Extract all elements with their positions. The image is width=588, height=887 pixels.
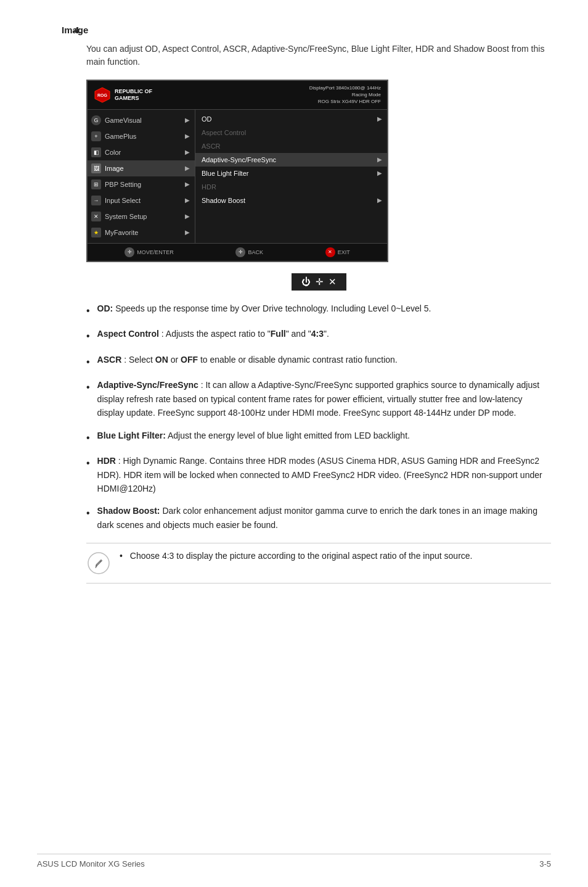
arrow-adaptive: ▶: [377, 156, 382, 163]
footer-label-move: MOVE/ENTER: [137, 249, 174, 255]
osd-right-menu: OD ▶ Aspect Control ASCR Adaptive-Sync/F…: [195, 110, 387, 243]
page-footer: ASUS LCD Monitor XG Series 3-5: [37, 854, 551, 868]
bullet-text-shadow: Shadow Boost: Dark color enhancement adj…: [97, 504, 551, 532]
bullet-desc-shadow: Dark color enhancement adjust monitor ga…: [97, 506, 537, 529]
bullet-desc-aspect: : Adjusts the aspect ratio to "Full" and…: [161, 329, 329, 339]
bullet-dot-ascr: •: [86, 354, 90, 370]
bullet-item-ascr: • ASCR : Select ON or OFF to enable or d…: [86, 353, 551, 370]
bullet-list: • OD: Speeds up the response time by Ove…: [86, 302, 551, 532]
bullet-bold-hdr: HDR: [97, 456, 116, 466]
right-label-ascr: ASCR: [202, 142, 221, 150]
brand-text: REPUBLIC OF GAMERS: [115, 88, 152, 102]
bullet-desc-bluelight: Adjust the energy level of blue light em…: [168, 431, 410, 440]
note-content: • Choose 4:3 to display the picture acco…: [120, 551, 551, 561]
menu-item-system[interactable]: ✕ System Setup ▶: [88, 208, 195, 225]
right-label-hdr: HDR: [202, 183, 216, 191]
exit-icon: ✕: [325, 247, 335, 257]
osd-footer: ✛ MOVE/ENTER ✛ BACK ✕ EXIT: [88, 243, 387, 261]
arrow-image: ▶: [185, 165, 190, 171]
menu-item-gameplus[interactable]: + GamePlus ▶: [88, 128, 195, 144]
bullet-dot-adaptive: •: [86, 379, 90, 395]
right-item-od[interactable]: OD ▶: [195, 112, 387, 126]
bullet-text-hdr: HDR : High Dynamic Range. Contains three…: [97, 454, 551, 495]
arrow-myfavorite: ▶: [185, 229, 190, 236]
bullet-item-aspect: • Aspect Control : Adjusts the aspect ra…: [86, 327, 551, 344]
pencil-icon: [88, 552, 110, 574]
rog-logo-icon: ROG: [94, 86, 111, 104]
gameplus-icon: +: [91, 131, 101, 141]
footer-item-move: ✛ MOVE/ENTER: [125, 247, 174, 257]
bullet-item-shadow: • Shadow Boost: Dark color enhancement a…: [86, 504, 551, 532]
system-icon: ✕: [91, 212, 101, 221]
gamevisual-icon: G: [91, 115, 101, 125]
right-item-shadow[interactable]: Shadow Boost ▶: [195, 194, 387, 207]
arrow-gamevisual: ▶: [185, 117, 190, 123]
power-icon: ⏻: [301, 276, 311, 287]
brand-line1: REPUBLIC OF: [115, 88, 152, 95]
menu-item-input[interactable]: → Input Select ▶: [88, 192, 195, 208]
move-icon: ✛: [125, 247, 134, 257]
bullet-bold-aspect: Aspect Control: [97, 329, 159, 339]
back-icon: ✛: [235, 247, 245, 257]
menu-item-myfavorite[interactable]: ★ MyFavorite ▶: [88, 225, 195, 241]
bullet-bold-adaptive: Adaptive-Sync/FreeSync: [97, 380, 198, 390]
menu-label-myfavorite: MyFavorite: [105, 229, 138, 236]
footer-item-exit: ✕ EXIT: [325, 247, 350, 257]
right-label-aspect: Aspect Control: [202, 129, 246, 136]
bullet-dot-note: •: [120, 551, 123, 561]
osd-display-info: DisplayPort 3840x1080@ 144Hz Racing Mode…: [309, 85, 381, 105]
arrow-input: ▶: [185, 197, 190, 204]
bullet-text-aspect: Aspect Control : Adjusts the aspect rati…: [97, 327, 551, 340]
bullet-dot-od: •: [86, 303, 90, 319]
menu-label-gameplus: GamePlus: [105, 133, 136, 140]
menu-item-image[interactable]: 🖼 Image ▶: [88, 160, 195, 176]
display-info-line2: Racing Mode: [309, 91, 381, 98]
input-icon: →: [91, 196, 101, 205]
note-box: • Choose 4:3 to display the picture acco…: [86, 543, 551, 584]
right-item-hdr[interactable]: HDR: [195, 180, 387, 194]
menu-item-pbp[interactable]: ⊞ PBP Setting ▶: [88, 176, 195, 192]
arrow-shadow: ▶: [377, 197, 382, 204]
bullet-item-bluelight: • Blue Light Filter: Adjust the energy l…: [86, 429, 551, 446]
right-label-adaptive: Adaptive-Sync/FreeSync: [202, 156, 276, 163]
arrow-pbp: ▶: [185, 181, 190, 188]
osd-left-menu: G GameVisual ▶ + GamePlus ▶ ◧ Color: [88, 110, 195, 243]
footer-right: 3-5: [539, 859, 551, 868]
bullet-desc-ascr: : Select ON or OFF to enable or disable …: [124, 355, 398, 365]
osd-header: ROG REPUBLIC OF GAMERS DisplayPort 3840x…: [88, 81, 387, 110]
image-icon: 🖼: [91, 163, 101, 173]
right-label-shadow: Shadow Boost: [202, 197, 245, 204]
arrow-od: ▶: [377, 115, 382, 122]
bullet-desc-od: Speeds up the response time by Over Driv…: [115, 303, 431, 313]
menu-item-color[interactable]: ◧ Color ▶: [88, 144, 195, 160]
menu-label-gamevisual: GameVisual: [105, 117, 142, 124]
footer-label-back: BACK: [248, 249, 263, 255]
bullet-dot-aspect: •: [86, 328, 90, 344]
arrow-color: ▶: [185, 149, 190, 155]
bullet-bold-ascr: ASCR: [97, 355, 122, 365]
close-icon: ✕: [329, 276, 337, 287]
bullet-bold-shadow: Shadow Boost:: [97, 506, 160, 516]
bullet-bold-od: OD:: [97, 303, 113, 313]
menu-label-pbp: PBP Setting: [105, 181, 141, 188]
bullet-item-od: • OD: Speeds up the response time by Ove…: [86, 302, 551, 319]
menu-label-system: System Setup: [105, 213, 147, 220]
right-item-bluelight[interactable]: Blue Light Filter ▶: [195, 167, 387, 180]
arrow-system: ▶: [185, 213, 190, 220]
right-item-ascr[interactable]: ASCR: [195, 139, 387, 153]
right-label-bluelight: Blue Light Filter: [202, 170, 248, 177]
bullet-dot-bluelight: •: [86, 430, 90, 446]
display-info-line3: ROG Strix XG49V HDR OFF: [309, 98, 381, 105]
right-label-od: OD: [202, 115, 212, 123]
menu-label-image: Image: [105, 165, 124, 172]
right-item-aspect[interactable]: Aspect Control: [195, 126, 387, 139]
menu-label-input: Input Select: [105, 197, 141, 204]
footer-item-back: ✛ BACK: [235, 247, 263, 257]
brand-line2: GAMERS: [115, 95, 152, 102]
joystick-icon: ✛: [316, 276, 324, 287]
right-item-adaptive[interactable]: Adaptive-Sync/FreeSync ▶: [195, 153, 387, 167]
bullet-item-hdr: • HDR : High Dynamic Range. Contains thr…: [86, 454, 551, 495]
menu-item-gamevisual[interactable]: G GameVisual ▶: [88, 112, 195, 128]
arrow-bluelight: ▶: [377, 170, 382, 176]
arrow-gameplus: ▶: [185, 133, 190, 139]
